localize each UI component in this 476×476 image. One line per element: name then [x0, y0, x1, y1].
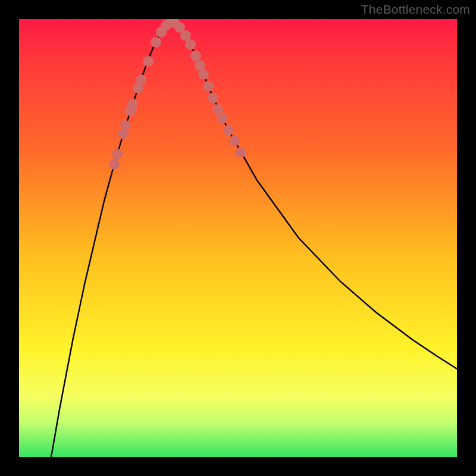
curve-left-branch	[51, 22, 173, 457]
marker-dot	[217, 113, 228, 124]
marker-dot	[109, 159, 120, 170]
marker-dot	[136, 74, 146, 85]
marker-dot	[120, 120, 131, 131]
marker-dot	[236, 147, 246, 158]
marker-dot	[112, 149, 123, 159]
stage: TheBottleneck.com	[0, 0, 476, 476]
marker-dot	[223, 125, 234, 136]
chart-svg	[19, 19, 457, 457]
marker-dot	[185, 39, 196, 50]
marker-dot	[143, 56, 154, 67]
marker-dot	[208, 93, 218, 104]
marker-dot	[151, 37, 161, 48]
marker-dot	[203, 81, 214, 92]
marker-dot	[198, 69, 209, 80]
marker-dot	[229, 136, 240, 146]
marker-group	[109, 19, 246, 170]
curve-group	[51, 22, 457, 457]
marker-dot	[127, 99, 138, 109]
gradient-plot-area	[19, 19, 457, 457]
curve-right-branch	[173, 22, 457, 369]
watermark-text: TheBottleneck.com	[361, 2, 470, 17]
marker-dot	[190, 51, 201, 61]
